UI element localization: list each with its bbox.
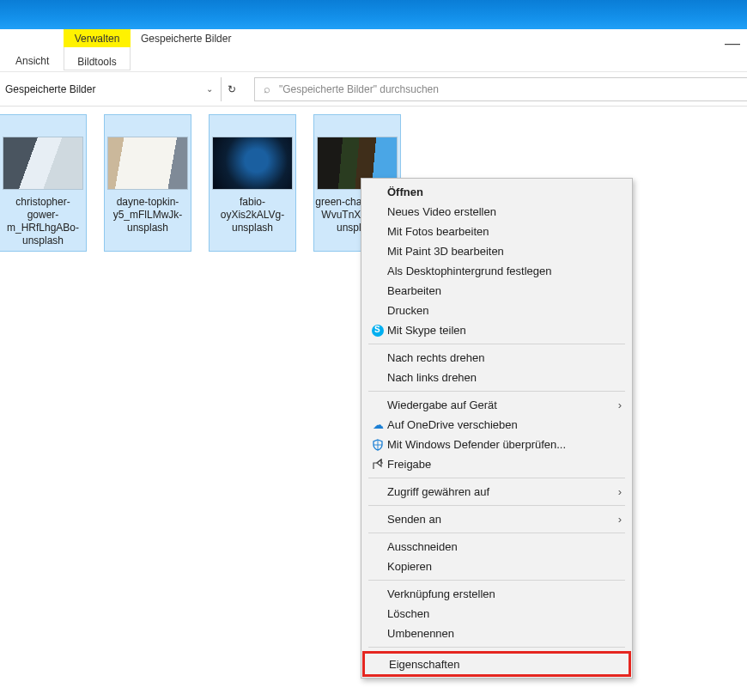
menu-grant-access[interactable]: Zugriff gewähren auf ›	[363, 482, 630, 502]
menu-label: Umbenennen	[387, 627, 622, 640]
menu-label: Nach rechts drehen	[387, 351, 622, 364]
breadcrumb-current[interactable]: Gespeicherte Bilder	[5, 83, 198, 95]
menu-label: Löschen	[387, 607, 622, 620]
contextual-label-verwalten: Verwalten	[64, 29, 131, 47]
menu-share[interactable]: Freigabe	[363, 454, 630, 474]
submenu-arrow-icon: ›	[618, 513, 622, 526]
tab-bildtools[interactable]: Bildtools	[64, 47, 131, 70]
menu-properties[interactable]: Eigenschaften	[362, 651, 631, 677]
tab-ansicht[interactable]: Ansicht	[15, 55, 49, 67]
search-box[interactable]: ⌕ "Gespeicherte Bilder" durchsuchen	[254, 77, 747, 101]
minimize-button[interactable]: —	[725, 34, 740, 52]
menu-edit-photos[interactable]: Mit Fotos bearbeiten	[363, 222, 630, 241]
menu-move-onedrive[interactable]: ☁ Auf OneDrive verschieben	[363, 415, 630, 435]
menu-label: Öffnen	[387, 186, 622, 198]
menu-label: Nach links drehen	[387, 371, 622, 384]
file-caption: fabio-oyXis2kALVg-unsplash	[210, 196, 295, 234]
menu-label: Freigabe	[387, 458, 622, 471]
menu-delete[interactable]: Löschen	[363, 604, 630, 624]
menu-label: Bearbeiten	[387, 284, 622, 297]
share-icon	[368, 459, 387, 471]
menu-label: Mit Windows Defender überprüfen...	[387, 438, 622, 451]
menu-print[interactable]: Drucken	[363, 301, 630, 320]
menu-label: Verknüpfung erstellen	[387, 587, 622, 600]
onedrive-icon: ☁	[368, 418, 387, 431]
menu-label: Als Desktophintergrund festlegen	[387, 265, 622, 277]
menu-label: Zugriff gewähren auf	[387, 485, 618, 498]
file-caption: dayne-topkin-y5_mFlLMwJk-unsplash	[105, 196, 191, 234]
address-bar[interactable]: Gespeicherte Bilder ⌄	[0, 77, 222, 101]
menu-separator	[368, 391, 625, 392]
menu-defender-scan[interactable]: Mit Windows Defender überprüfen...	[363, 435, 630, 454]
context-menu: Öffnen Neues Video erstellen Mit Fotos b…	[361, 178, 633, 679]
navigation-row: Gespeicherte Bilder ⌄ ↻ ⌕ "Gespeicherte …	[0, 72, 747, 107]
menu-cast-to-device[interactable]: Wiedergabe auf Gerät ›	[363, 395, 630, 415]
menu-copy[interactable]: Kopieren	[363, 557, 630, 576]
menu-label: Ausschneiden	[387, 540, 622, 553]
ribbon-bar: Ansicht Verwalten Bildtools Gespeicherte…	[0, 29, 747, 72]
menu-cut[interactable]: Ausschneiden	[363, 537, 630, 557]
menu-label: Mit Paint 3D bearbeiten	[387, 245, 622, 258]
menu-skype-share[interactable]: Mit Skype teilen	[363, 320, 630, 340]
menu-separator	[368, 580, 625, 581]
menu-label: Neues Video erstellen	[387, 205, 622, 218]
menu-separator	[368, 647, 625, 648]
breadcrumb-dropdown-icon[interactable]: ⌄	[203, 84, 216, 94]
thumbnail-image	[213, 137, 292, 189]
menu-create-shortcut[interactable]: Verknüpfung erstellen	[363, 584, 630, 604]
menu-separator	[368, 533, 625, 533]
file-caption: christopher-gower-m_HRfLhgABo-unsplash	[0, 196, 86, 247]
menu-label: Mit Skype teilen	[387, 324, 622, 337]
thumbnail-image	[3, 137, 82, 189]
menu-label: Wiedergabe auf Gerät	[387, 399, 618, 411]
menu-send-to[interactable]: Senden an ›	[363, 509, 630, 529]
thumbnail-image	[108, 137, 187, 189]
file-thumb[interactable]: fabio-oyXis2kALVg-unsplash	[210, 115, 295, 251]
menu-label: Kopieren	[387, 560, 622, 573]
menu-set-wallpaper[interactable]: Als Desktophintergrund festlegen	[363, 261, 630, 281]
menu-separator	[368, 344, 625, 344]
contextual-tab-group: Verwalten Bildtools	[64, 29, 131, 70]
menu-open[interactable]: Öffnen	[363, 182, 630, 202]
window-title: Gespeicherte Bilder	[141, 33, 231, 45]
menu-label: Auf OneDrive verschieben	[387, 418, 622, 431]
menu-label: Senden an	[387, 513, 618, 526]
menu-edit[interactable]: Bearbeiten	[363, 281, 630, 301]
menu-rename[interactable]: Umbenennen	[363, 624, 630, 643]
desktop-background-strip	[0, 0, 747, 29]
submenu-arrow-icon: ›	[618, 485, 622, 498]
submenu-arrow-icon: ›	[618, 399, 622, 411]
file-thumb[interactable]: christopher-gower-m_HRfLhgABo-unsplash	[0, 115, 86, 251]
menu-new-video[interactable]: Neues Video erstellen	[363, 202, 630, 222]
menu-label: Mit Fotos bearbeiten	[387, 225, 622, 238]
skype-icon	[368, 325, 387, 337]
refresh-button[interactable]: ↻	[222, 83, 242, 95]
menu-rotate-right[interactable]: Nach rechts drehen	[363, 348, 630, 368]
file-thumb[interactable]: dayne-topkin-y5_mFlLMwJk-unsplash	[105, 115, 191, 251]
menu-separator	[368, 505, 625, 506]
search-placeholder: "Gespeicherte Bilder" durchsuchen	[279, 83, 439, 95]
menu-edit-paint3d[interactable]: Mit Paint 3D bearbeiten	[363, 241, 630, 261]
menu-separator	[368, 478, 625, 478]
menu-rotate-left[interactable]: Nach links drehen	[363, 368, 630, 387]
menu-label: Eigenschaften	[389, 658, 620, 671]
search-icon: ⌕	[264, 82, 270, 95]
menu-label: Drucken	[387, 304, 622, 317]
defender-shield-icon	[368, 439, 387, 451]
